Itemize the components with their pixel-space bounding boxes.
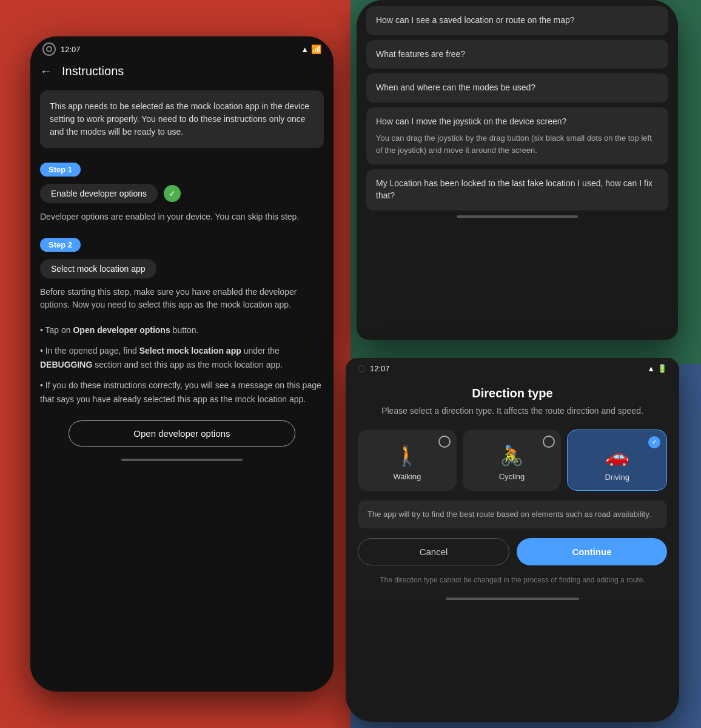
step2-badge: Step 2 xyxy=(40,238,81,252)
direction-subtitle: Please select a direction type. It affec… xyxy=(346,405,679,430)
radio-driving: ✓ xyxy=(648,436,660,448)
back-button[interactable]: ← xyxy=(40,64,52,78)
driving-label: Driving xyxy=(605,473,629,482)
phone-direction: 12:07 ▲ 🔋 Direction type Please select a… xyxy=(346,358,679,722)
status-time-direction: 12:07 xyxy=(370,364,390,373)
instructions-screen: 12:07 ▲ 📶 ← Instructions This app needs … xyxy=(30,36,334,692)
open-btn-container: Open developer options xyxy=(40,420,324,447)
status-bar-left: 12:07 ▲ 📶 xyxy=(30,36,334,59)
direction-options: 🚶 Walking 🚴 Cycling ✓ 🚗 Driving xyxy=(346,430,679,500)
direction-title: Direction type xyxy=(346,377,679,405)
battery-icon-direction: 🔋 xyxy=(657,364,667,373)
debugging-bold: DEBUGGING xyxy=(40,360,92,369)
faq-question-3: When and where can the modes be used? xyxy=(376,83,535,92)
home-bar-direction xyxy=(446,598,579,600)
select-mock-location-btn[interactable]: Select mock location app xyxy=(40,259,156,278)
walking-label: Walking xyxy=(393,472,421,481)
cycling-label: Cycling xyxy=(499,472,525,481)
step1-badge: Step 1 xyxy=(40,163,81,177)
camera-dot xyxy=(358,365,365,372)
direction-info-box: The app will try to find the best route … xyxy=(358,500,667,528)
open-dev-options-bold: Open developer options xyxy=(73,325,170,335)
faq-item-1[interactable]: How can I see a saved location or route … xyxy=(366,6,668,35)
signal-icon: ▲ xyxy=(301,45,309,54)
phone-faq: How can I see a saved location or route … xyxy=(357,0,678,340)
bullet-section: • Tap on Open developer options button. … xyxy=(40,323,324,406)
check-icon-step1: ✓ xyxy=(164,185,181,202)
open-developer-options-button[interactable]: Open developer options xyxy=(69,420,295,447)
wifi-icon: 📶 xyxy=(311,44,321,54)
status-icons-left: ▲ 📶 xyxy=(301,44,321,54)
home-bar-faq xyxy=(457,215,577,218)
faq-question-5: My Location has been locked to the last … xyxy=(376,178,652,200)
step2-desc: Before starting this step, make sure you… xyxy=(40,286,324,311)
status-bar-direction: 12:07 ▲ 🔋 xyxy=(346,358,679,377)
faq-question-1: How can I see a saved location or route … xyxy=(376,15,575,25)
continue-button[interactable]: Continue xyxy=(517,538,667,565)
faq-screen: How can I see a saved location or route … xyxy=(357,0,678,218)
info-box: This app needs to be selected as the moc… xyxy=(40,90,324,148)
bullet2: • In the opened page, find Select mock l… xyxy=(40,344,324,371)
step1-desc: Developer options are enabled in your de… xyxy=(40,211,324,223)
faq-item-4[interactable]: How can I move the joystick on the devic… xyxy=(366,107,668,165)
direction-buttons: Cancel Continue xyxy=(346,538,679,575)
walking-icon: 🚶 xyxy=(395,444,419,467)
signal-icon-direction: ▲ xyxy=(647,364,655,373)
info-text: This app needs to be selected as the moc… xyxy=(50,101,309,136)
cycling-icon: 🚴 xyxy=(500,444,524,467)
radio-walking xyxy=(438,436,451,448)
bullet3: • If you do these instructions correctly… xyxy=(40,379,324,406)
screen-title-left: Instructions xyxy=(62,64,124,78)
driving-icon: 🚗 xyxy=(605,445,629,468)
direction-driving[interactable]: ✓ 🚗 Driving xyxy=(567,430,667,491)
faq-answer-4: You can drag the joystick by the drag bu… xyxy=(376,132,659,156)
enable-developer-btn[interactable]: Enable developer options xyxy=(40,184,158,203)
direction-note: The direction type cannot be changed in … xyxy=(346,575,679,593)
direction-screen: 12:07 ▲ 🔋 Direction type Please select a… xyxy=(346,358,679,600)
step1-action-row: Enable developer options ✓ xyxy=(40,184,324,203)
bullet1: • Tap on Open developer options button. xyxy=(40,323,324,337)
faq-question-2: What features are free? xyxy=(376,49,465,59)
radio-cycling xyxy=(543,436,555,448)
status-time-left: 12:07 xyxy=(61,45,81,54)
status-icons-direction: ▲ 🔋 xyxy=(647,364,667,373)
top-bar-left: ← Instructions xyxy=(30,59,334,86)
phone-instructions: 12:07 ▲ 📶 ← Instructions This app needs … xyxy=(30,36,334,692)
faq-item-2[interactable]: What features are free? xyxy=(366,40,668,69)
faq-item-3[interactable]: When and where can the modes be used? xyxy=(366,73,668,103)
direction-info-text: The app will try to find the best route … xyxy=(367,510,651,519)
direction-walking[interactable]: 🚶 Walking xyxy=(358,430,457,491)
direction-cycling[interactable]: 🚴 Cycling xyxy=(463,430,562,491)
faq-item-5[interactable]: My Location has been locked to the last … xyxy=(366,169,668,210)
cancel-button[interactable]: Cancel xyxy=(358,538,509,565)
home-bar-left xyxy=(121,459,243,461)
faq-question-4: How can I move the joystick on the devic… xyxy=(376,116,566,126)
select-mock-bold: Select mock location app xyxy=(139,346,241,356)
step2-action-row: Select mock location app xyxy=(40,259,324,278)
